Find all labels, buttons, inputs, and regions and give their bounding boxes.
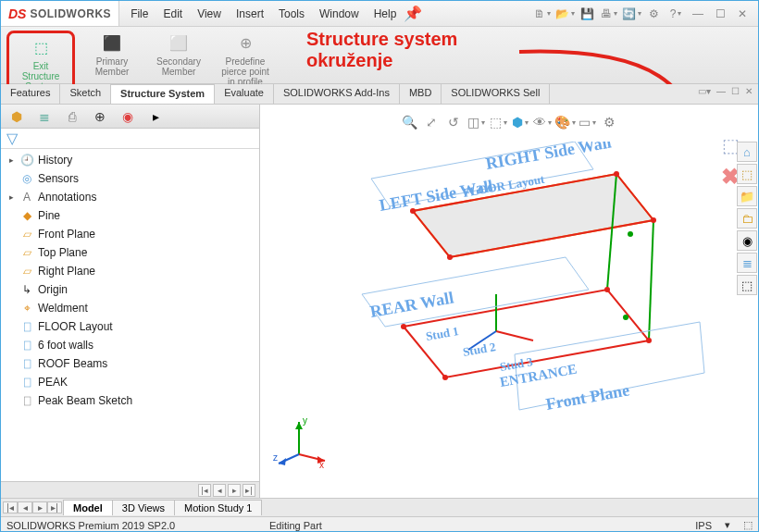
doc-minimize-icon[interactable]: — (716, 86, 726, 96)
tree-node[interactable]: ⎕ Peak Beam Sketch (1, 391, 259, 410)
display-style-icon[interactable]: ⬢ (510, 112, 530, 132)
taskpane-home-icon[interactable]: ⌂ (737, 142, 757, 162)
ribbon-label: Predefine (226, 56, 266, 67)
tab-sw-sell[interactable]: SOLIDWORKS Sell (442, 84, 550, 104)
print-icon[interactable]: 🖶 (599, 4, 619, 24)
menu-file[interactable]: File (123, 4, 156, 24)
zoom-to-fit-icon[interactable]: 🔍 (399, 112, 419, 132)
view-orientation-icon[interactable]: ⬚ (488, 112, 508, 132)
tree-node[interactable]: ▱ Right Plane (1, 262, 259, 280)
ribbon-label: Exit (33, 61, 49, 71)
save-icon[interactable]: 💾 (577, 4, 597, 24)
taskpane-design-library-icon[interactable]: 📁 (737, 186, 757, 206)
tab-features[interactable]: Features (1, 84, 60, 104)
secondary-member-button[interactable]: ⬜ Secondary Member (149, 31, 208, 77)
scroll-last-icon[interactable]: ▸| (243, 484, 255, 497)
panel-overflow-icon[interactable]: ▸ (143, 107, 168, 126)
tree-node[interactable]: ⎕ PEAK (1, 373, 259, 391)
status-chevron-icon[interactable]: ▾ (725, 519, 730, 531)
tree-node-icon: ▱ (19, 264, 34, 278)
close-icon[interactable]: ✕ (732, 4, 753, 24)
edit-appearance-icon[interactable]: 🎨 (554, 112, 575, 132)
tree-node[interactable]: ▱ Front Plane (1, 225, 259, 243)
apply-scene-icon[interactable]: ▭ (577, 112, 597, 132)
options-icon[interactable]: ⚙ (643, 4, 664, 24)
menu-view[interactable]: View (190, 4, 229, 24)
maximize-icon[interactable]: ☐ (710, 4, 730, 24)
tab-structure-system[interactable]: Structure System (111, 84, 215, 104)
tab-sketch[interactable]: Sketch (60, 84, 111, 104)
taskpane-appearances-icon[interactable]: ≣ (737, 253, 757, 273)
doc-tab-model[interactable]: Model (63, 500, 113, 515)
section-view-icon[interactable]: ◫ (466, 112, 486, 132)
tree-node[interactable]: ▸ A Annotations (1, 188, 259, 206)
taskpane-file-explorer-icon[interactable]: 🗀 (737, 208, 757, 229)
menu-edit[interactable]: Edit (156, 4, 190, 24)
feature-manager-tab-icon[interactable]: ⬢ (5, 107, 29, 126)
status-bar: SOLIDWORKS Premium 2019 SP2.0 Editing Pa… (1, 516, 758, 532)
minimize-icon[interactable]: — (688, 4, 708, 24)
scroll-prev-icon[interactable]: ◂ (213, 484, 226, 497)
doc-tab-next-icon[interactable]: ▸ (32, 501, 47, 513)
primary-member-button[interactable]: ⬛ Primary Member (82, 31, 142, 77)
doc-tab-last-icon[interactable]: ▸| (47, 501, 62, 513)
ribbon-label: Secondary (156, 56, 201, 67)
filter-funnel-icon[interactable]: ▽ (6, 130, 18, 147)
doc-tab-3d-views[interactable]: 3D Views (112, 500, 175, 515)
secondary-member-icon: ⬜ (168, 32, 190, 55)
label-right-side: RIGHT Side Wall (484, 142, 613, 173)
taskpane-custom-props-icon[interactable]: ⬚ (737, 275, 757, 295)
graphics-area[interactable]: 🔍 ⤢ ↺ ◫ ⬚ ⬢ 👁 🎨 ▭ ⚙ ⬚ ✖ ⌂ ⬚ 📁 🗀 ◉ ≣ ⬚ (260, 105, 758, 498)
help-icon[interactable]: ? (666, 4, 686, 24)
tab-addins[interactable]: SOLIDWORKS Add-Ins (274, 84, 400, 104)
tab-evaluate[interactable]: Evaluate (215, 84, 274, 104)
menu-tools[interactable]: Tools (271, 4, 312, 24)
taskpane-resources-icon[interactable]: ⬚ (737, 164, 757, 184)
scroll-next-icon[interactable]: ▸ (228, 484, 241, 497)
tree-node[interactable]: ▱ Top Plane (1, 243, 259, 262)
status-extra-icon[interactable]: ⬚ (743, 519, 753, 531)
property-manager-tab-icon[interactable]: ≣ (32, 107, 56, 126)
rebuild-icon[interactable]: 🔄 (621, 4, 641, 24)
status-units[interactable]: IPS (695, 520, 712, 531)
menu-help[interactable]: Help (367, 4, 404, 24)
svg-point-14 (628, 231, 633, 237)
menu-insert[interactable]: Insert (229, 4, 271, 24)
panel-tab-strip: ⬢ ≣ ⎙ ⊕ ◉ ▸ (1, 105, 259, 129)
configuration-manager-tab-icon[interactable]: ⎙ (60, 107, 84, 126)
tree-twisty-icon[interactable]: ▸ (6, 155, 16, 165)
tree-node[interactable]: ⎕ FLOOR Layout (1, 317, 259, 336)
display-manager-tab-icon[interactable]: ◉ (116, 107, 140, 126)
pin-icon[interactable]: 📌 (404, 5, 422, 22)
tree-node[interactable]: ◆ Pine (1, 206, 259, 225)
scroll-first-icon[interactable]: |◂ (198, 484, 211, 497)
doc-maximize-icon[interactable]: ☐ (731, 86, 740, 96)
predefine-pierce-button[interactable]: ⊕ Predefine pierce point in profile (216, 31, 275, 87)
doc-tab-first-icon[interactable]: |◂ (3, 501, 18, 513)
previous-view-icon[interactable]: ↺ (443, 112, 464, 132)
hide-show-icon[interactable]: 👁 (532, 112, 553, 132)
open-doc-icon[interactable]: 📂 (554, 4, 575, 24)
tree-twisty-icon[interactable]: ▸ (6, 192, 16, 202)
tree-node[interactable]: ⌖ Weldment (1, 299, 259, 317)
exit-structure-system-button[interactable]: ⬚ Exit Structure System (11, 35, 70, 92)
tree-node[interactable]: ◎ Sensors (1, 169, 259, 188)
tree-node[interactable]: ⎕ 6 foot walls (1, 336, 259, 354)
tree-node[interactable]: ⎕ ROOF Beams (1, 354, 259, 373)
doc-collapse-icon[interactable]: ▭▾ (698, 86, 711, 96)
menu-window[interactable]: Window (312, 4, 367, 24)
view-orientation-triad: y x z (271, 413, 327, 468)
tab-mbd[interactable]: MBD (400, 84, 442, 104)
dimxpert-tab-icon[interactable]: ⊕ (88, 107, 112, 126)
feature-tree[interactable]: ▸ 🕘 History ◎ Sensors▸ A Annotations ◆ P… (1, 149, 259, 481)
zoom-area-icon[interactable]: ⤢ (421, 112, 442, 132)
view-settings-icon[interactable]: ⚙ (599, 112, 619, 132)
tree-node[interactable]: ▸ 🕘 History (1, 151, 259, 169)
new-doc-icon[interactable]: 🗎 (532, 4, 553, 24)
doc-tab-prev-icon[interactable]: ◂ (18, 501, 32, 513)
taskpane-view-palette-icon[interactable]: ◉ (737, 230, 757, 251)
doc-close-icon[interactable]: ✕ (745, 86, 753, 96)
doc-tab-motion-study[interactable]: Motion Study 1 (174, 500, 262, 515)
tree-node[interactable]: ↳ Origin (1, 280, 259, 299)
exit-structure-icon: ⬚ (30, 37, 52, 59)
